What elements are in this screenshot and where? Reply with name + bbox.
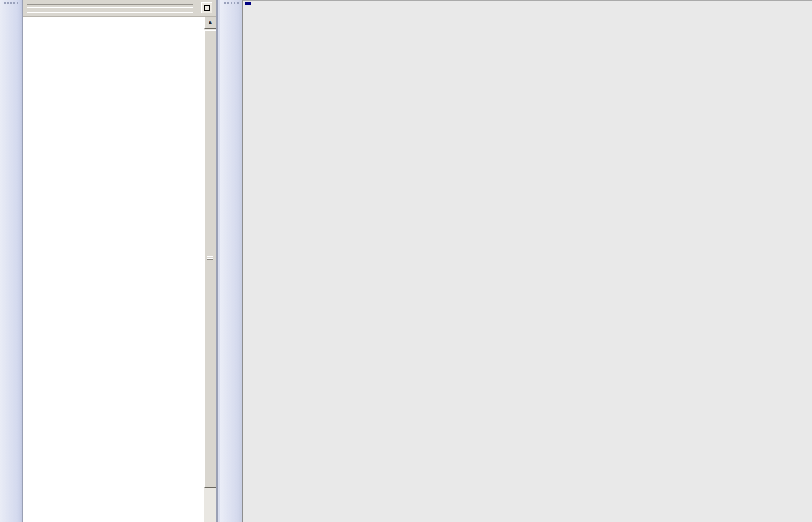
maximize-panel-button[interactable] <box>201 2 212 13</box>
panel-grip[interactable] <box>27 9 193 13</box>
module-toolbar <box>220 0 243 522</box>
project-tree-panel: ▲ <box>23 0 218 522</box>
scrollbar-thumb[interactable] <box>204 30 216 488</box>
toolbar-grip[interactable] <box>224 1 240 5</box>
tree-panel-header <box>23 0 216 17</box>
em-picasso-window: ▲ <box>0 0 812 522</box>
tree-scrollbar[interactable]: ▲ <box>204 17 216 522</box>
scroll-up-button[interactable]: ▲ <box>204 17 216 29</box>
toolbar-grip[interactable] <box>3 1 19 5</box>
viewport-3d[interactable] <box>242 0 812 522</box>
panel-grip[interactable] <box>27 4 193 8</box>
application-bar <box>0 0 23 522</box>
view-mode-label <box>245 2 251 5</box>
project-tree <box>24 17 203 522</box>
scene-canvas[interactable] <box>243 1 812 522</box>
